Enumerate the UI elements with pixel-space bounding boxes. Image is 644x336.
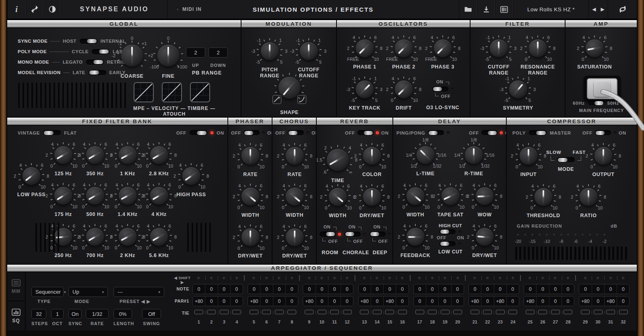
seq-tie-checkbox[interactable] xyxy=(262,310,271,314)
seq-par-cell[interactable]: +80 xyxy=(524,297,536,306)
seq-par-cell[interactable]: +80 xyxy=(193,297,205,306)
seq-tie-checkbox[interactable] xyxy=(343,310,352,314)
seq-par-cell[interactable]: 0 xyxy=(536,297,549,306)
seq-note-cell[interactable]: 0 xyxy=(561,284,574,294)
seq-note-cell[interactable]: 0 xyxy=(438,284,451,294)
compressor-routing-switch[interactable] xyxy=(529,130,547,135)
ab-compare-button[interactable] xyxy=(608,0,637,19)
steps-value[interactable]: 32 xyxy=(31,309,46,319)
arp-preset-dropdown[interactable]: ---▾ xyxy=(114,287,164,297)
seq-par-cell[interactable]: 0 xyxy=(561,297,574,306)
preset-display[interactable]: Low Rolls KS HZ * xyxy=(513,0,588,19)
resize-button[interactable] xyxy=(26,0,43,19)
delay-highcut-switch[interactable] xyxy=(440,229,456,234)
seq-note-cell[interactable]: 0 xyxy=(218,284,230,294)
seq-tie-checkbox[interactable] xyxy=(360,310,369,314)
seq-tie-checkbox[interactable] xyxy=(318,310,326,314)
seq-par-cell[interactable]: 0 xyxy=(451,297,464,306)
seq-note-cell[interactable]: 0 xyxy=(604,284,617,294)
contrast-button[interactable] xyxy=(43,0,61,19)
seq-note-cell[interactable]: 0 xyxy=(396,284,408,294)
seq-tie-checkbox[interactable] xyxy=(508,310,517,314)
seq-tie-checkbox[interactable] xyxy=(385,310,394,314)
seq-tie-checkbox[interactable] xyxy=(428,310,437,314)
seq-par-cell[interactable]: +80 xyxy=(383,297,396,306)
seq-tie-checkbox[interactable] xyxy=(564,310,572,314)
seq-par-cell[interactable]: 0 xyxy=(230,297,243,306)
shape-linear-icon[interactable] xyxy=(272,95,281,104)
seq-note-cell[interactable]: 0 xyxy=(383,284,396,294)
seq-note-cell[interactable]: 0 xyxy=(524,284,536,294)
seq-par-cell[interactable]: +80 xyxy=(303,297,315,306)
seq-par-cell[interactable]: 0 xyxy=(426,297,438,306)
seq-tie-checkbox[interactable] xyxy=(207,310,216,314)
seq-note-cell[interactable]: 0 xyxy=(230,284,243,294)
reverb-power-switch[interactable] xyxy=(357,130,374,135)
shift-control[interactable]: ◀ SHIFT ▶ xyxy=(173,276,192,284)
seq-par-cell[interactable]: 0 xyxy=(205,297,217,306)
seq-note-cell[interactable]: 0 xyxy=(592,284,604,294)
seq-par-cell[interactable]: +80 xyxy=(604,297,617,306)
length-value[interactable]: 0% xyxy=(114,309,132,319)
seq-par-cell[interactable]: 0 xyxy=(316,297,328,306)
comp-mode-switch[interactable] xyxy=(557,157,575,162)
seq-tie-checkbox[interactable] xyxy=(594,310,603,314)
pb-down-value[interactable]: 2 xyxy=(208,48,228,58)
seq-tie-checkbox[interactable] xyxy=(453,310,462,314)
seq-par-cell[interactable]: 0 xyxy=(218,297,230,306)
seq-tie-checkbox[interactable] xyxy=(606,310,615,314)
seq-note-cell[interactable]: 0 xyxy=(248,284,260,294)
seq-note-cell[interactable]: 0 xyxy=(549,284,561,294)
reverb-deep-switch[interactable] xyxy=(369,232,386,237)
next-preset-button[interactable]: ▶ xyxy=(599,6,607,12)
seq-note-cell[interactable]: 0 xyxy=(359,284,371,294)
seq-note-cell[interactable]: 0 xyxy=(536,284,549,294)
info-button[interactable]: i xyxy=(7,0,26,19)
arp-type-dropdown[interactable]: Sequencer▾ xyxy=(31,287,64,297)
o3-losync-switch[interactable] xyxy=(432,87,448,92)
seq-note-cell[interactable]: 0 xyxy=(481,284,493,294)
sidebar-item-sq[interactable]: SQ xyxy=(7,301,26,330)
seq-par-cell[interactable]: 0 xyxy=(481,297,493,306)
seq-note-cell[interactable]: 0 xyxy=(285,284,298,294)
seq-tie-checkbox[interactable] xyxy=(619,310,628,314)
seq-par-cell[interactable]: +80 xyxy=(248,297,260,306)
seq-par-cell[interactable]: 0 xyxy=(260,297,272,306)
seq-par-cell[interactable]: 0 xyxy=(396,297,408,306)
seq-note-cell[interactable]: 0 xyxy=(316,284,328,294)
preset-list-button[interactable] xyxy=(495,0,513,19)
seq-par-cell[interactable]: 0 xyxy=(328,297,341,306)
seq-tie-checkbox[interactable] xyxy=(275,310,284,314)
seq-note-cell[interactable]: 0 xyxy=(494,284,506,294)
seq-par-cell[interactable]: +80 xyxy=(359,297,371,306)
swing-value[interactable]: Off xyxy=(142,309,161,319)
mpe-timbre-curve[interactable] xyxy=(162,82,182,102)
sync-value[interactable]: On xyxy=(68,309,82,319)
seq-par-cell[interactable]: 0 xyxy=(285,297,298,306)
seq-par-cell[interactable]: 0 xyxy=(592,297,604,306)
seq-note-cell[interactable]: 0 xyxy=(579,284,591,294)
browse-presets-button[interactable] xyxy=(459,0,477,19)
chorus-power-switch[interactable] xyxy=(288,130,304,135)
mpe-atouch-curve[interactable] xyxy=(190,82,210,102)
seq-note-cell[interactable]: 0 xyxy=(303,284,315,294)
seq-tie-checkbox[interactable] xyxy=(551,310,560,314)
seq-tie-checkbox[interactable] xyxy=(441,310,450,314)
ffb-mode-switch[interactable] xyxy=(43,130,61,135)
seq-tie-checkbox[interactable] xyxy=(373,310,382,314)
seq-par-cell[interactable]: 0 xyxy=(414,297,426,306)
seq-note-cell[interactable]: 0 xyxy=(341,284,353,294)
seq-note-cell[interactable]: 0 xyxy=(617,284,629,294)
seq-par-cell[interactable]: +80 xyxy=(579,297,591,306)
seq-note-cell[interactable]: 0 xyxy=(451,284,464,294)
rate-value[interactable]: 1/32 xyxy=(86,309,109,319)
seq-par-cell[interactable]: 0 xyxy=(506,297,519,306)
seq-par-cell[interactable]: 0 xyxy=(273,297,285,306)
poly-mode-switch[interactable] xyxy=(92,49,109,54)
delay-lowcut-switch[interactable] xyxy=(440,241,456,247)
seq-tie-checkbox[interactable] xyxy=(496,310,505,314)
seq-note-cell[interactable]: 0 xyxy=(426,284,438,294)
seq-par-cell[interactable]: +80 xyxy=(494,297,506,306)
seq-note-cell[interactable]: 0 xyxy=(371,284,383,294)
seq-tie-checkbox[interactable] xyxy=(483,310,492,314)
